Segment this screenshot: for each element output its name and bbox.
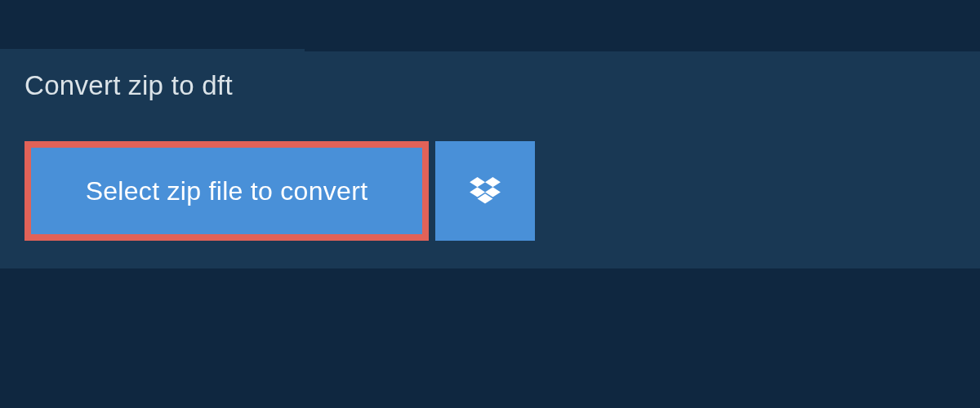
dropbox-icon	[470, 177, 501, 205]
dropbox-button[interactable]	[435, 141, 535, 241]
select-file-button[interactable]: Select zip file to convert	[24, 141, 429, 241]
select-file-label: Select zip file to convert	[86, 176, 368, 206]
button-row: Select zip file to convert	[24, 141, 535, 241]
tab-label: Convert zip to dft	[24, 70, 233, 101]
converter-tab[interactable]: Convert zip to dft	[0, 49, 305, 122]
